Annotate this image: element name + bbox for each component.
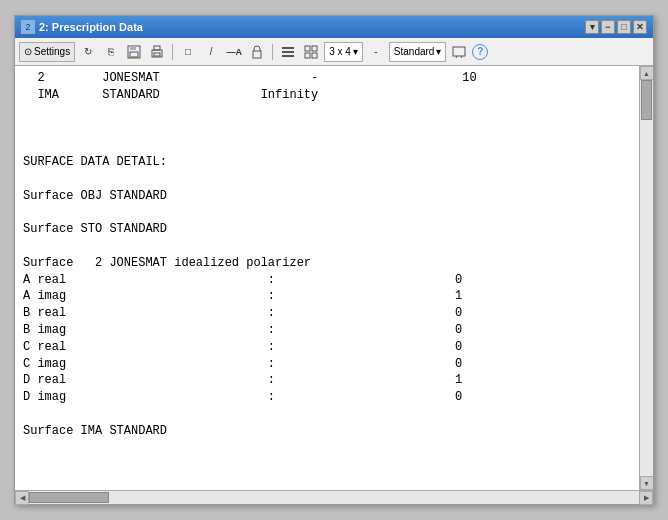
main-content[interactable]: 2 JONESMAT - 10 IMA STANDARD Infinity SU…	[15, 66, 639, 490]
standard-arrow: ▾	[436, 46, 441, 57]
close-button[interactable]: ✕	[633, 20, 647, 34]
scroll-down-button[interactable]: ▼	[640, 476, 654, 490]
prescription-data: 2 JONESMAT - 10 IMA STANDARD Infinity SU…	[23, 70, 631, 440]
svg-rect-4	[154, 46, 160, 50]
svg-rect-11	[312, 46, 317, 51]
refresh-button[interactable]: ↻	[78, 42, 98, 62]
toolbar: ⊙ Settings ↻ ⎘ □ / —A 3 x 4 ▾ - Stand	[15, 38, 653, 66]
standard-dropdown[interactable]: Standard ▾	[389, 42, 447, 62]
monitor-button[interactable]	[449, 42, 469, 62]
svg-rect-8	[282, 51, 294, 53]
svg-rect-2	[130, 52, 138, 57]
title-bar-controls: ▾ − □ ✕	[585, 20, 647, 34]
grid-size-arrow: ▾	[353, 46, 358, 57]
arrow-down-button[interactable]: ▾	[585, 20, 599, 34]
scroll-up-button[interactable]: ▲	[640, 66, 654, 80]
minimize-button[interactable]: −	[601, 20, 615, 34]
restore-button[interactable]: □	[617, 20, 631, 34]
window-icon: 2	[21, 20, 35, 34]
scroll-track-v[interactable]	[640, 80, 653, 476]
svg-rect-5	[154, 53, 160, 56]
rectangle-button[interactable]: □	[178, 42, 198, 62]
standard-value: Standard	[394, 46, 435, 57]
svg-rect-6	[253, 51, 261, 58]
settings-button[interactable]: ⊙ Settings	[19, 42, 75, 62]
grid-size-value: 3 x 4	[329, 46, 351, 57]
grid-button[interactable]	[301, 42, 321, 62]
settings-chevron: ⊙	[24, 46, 32, 57]
vertical-scrollbar[interactable]: ▲ ▼	[639, 66, 653, 490]
title-bar-left: 2 2: Prescription Data	[21, 20, 143, 34]
main-window: 2 2: Prescription Data ▾ − □ ✕ ⊙ Setting…	[14, 15, 654, 505]
help-button[interactable]: ?	[472, 44, 488, 60]
title-bar: 2 2: Prescription Data ▾ − □ ✕	[15, 16, 653, 38]
svg-rect-7	[282, 47, 294, 49]
layers-button[interactable]	[278, 42, 298, 62]
horizontal-scrollbar[interactable]: ◀ ▶	[15, 490, 653, 504]
lock-button[interactable]	[247, 42, 267, 62]
scroll-track-h[interactable]	[29, 491, 639, 504]
svg-rect-12	[305, 53, 310, 58]
svg-rect-13	[312, 53, 317, 58]
toolbar-separator-2	[272, 44, 273, 60]
svg-rect-10	[305, 46, 310, 51]
content-area: 2 JONESMAT - 10 IMA STANDARD Infinity SU…	[15, 66, 653, 490]
copy-button[interactable]: ⎘	[101, 42, 121, 62]
scroll-thumb-h[interactable]	[29, 492, 109, 503]
grid-size-dropdown[interactable]: 3 x 4 ▾	[324, 42, 363, 62]
window-title: 2: Prescription Data	[39, 21, 143, 33]
toolbar-separator-1	[172, 44, 173, 60]
scroll-left-button[interactable]: ◀	[15, 491, 29, 505]
svg-rect-14	[453, 47, 465, 56]
svg-rect-9	[282, 55, 294, 57]
settings-label: Settings	[34, 46, 70, 57]
svg-rect-1	[130, 46, 136, 50]
scroll-thumb-v[interactable]	[641, 80, 652, 120]
standard-dash: -	[366, 42, 386, 62]
print-button[interactable]	[147, 42, 167, 62]
scroll-right-button[interactable]: ▶	[639, 491, 653, 505]
text-button[interactable]: —A	[224, 42, 244, 62]
save-button[interactable]	[124, 42, 144, 62]
pencil-button[interactable]: /	[201, 42, 221, 62]
